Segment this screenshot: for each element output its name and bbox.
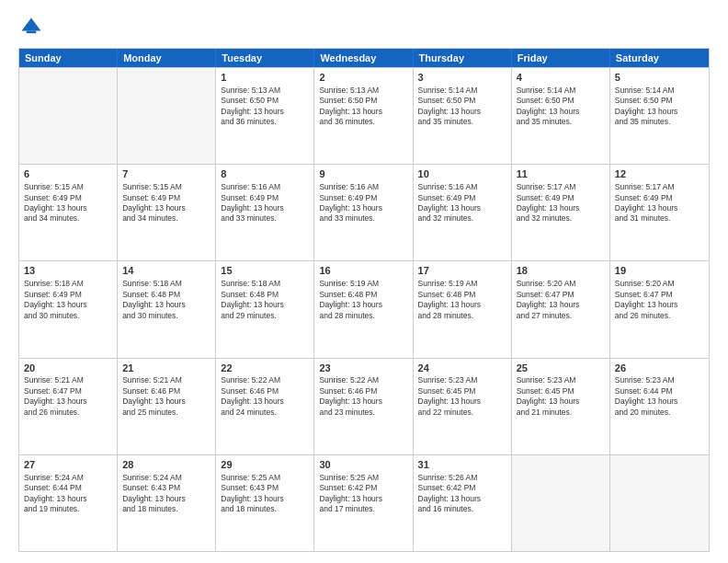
cell-info: Sunrise: 5:17 AMSunset: 6:49 PMDaylight:…: [615, 182, 704, 224]
cell-info: Sunrise: 5:24 AMSunset: 6:43 PMDaylight:…: [122, 473, 210, 515]
cell-info: Sunrise: 5:16 AMSunset: 6:49 PMDaylight:…: [319, 182, 407, 224]
day-number: 7: [122, 167, 210, 181]
day-cell-8: 8Sunrise: 5:16 AMSunset: 6:49 PMDaylight…: [216, 165, 314, 260]
cell-info: Sunrise: 5:18 AMSunset: 6:48 PMDaylight:…: [122, 279, 210, 321]
day-number: 19: [615, 264, 704, 278]
calendar-body: 1Sunrise: 5:13 AMSunset: 6:50 PMDaylight…: [19, 67, 709, 551]
cell-info: Sunrise: 5:17 AMSunset: 6:49 PMDaylight:…: [517, 182, 605, 224]
day-cell-30: 30Sunrise: 5:25 AMSunset: 6:42 PMDayligh…: [314, 455, 413, 551]
header-day-saturday: Saturday: [610, 49, 709, 67]
day-number: 16: [319, 264, 407, 278]
day-number: 3: [418, 71, 506, 85]
header-day-thursday: Thursday: [414, 49, 512, 67]
day-cell-15: 15Sunrise: 5:18 AMSunset: 6:48 PMDayligh…: [216, 261, 314, 357]
cell-info: Sunrise: 5:15 AMSunset: 6:49 PMDaylight:…: [122, 182, 210, 224]
day-cell-17: 17Sunrise: 5:19 AMSunset: 6:48 PMDayligh…: [414, 261, 512, 357]
svg-rect-1: [27, 31, 37, 34]
cell-info: Sunrise: 5:15 AMSunset: 6:49 PMDaylight:…: [24, 182, 112, 224]
day-cell-25: 25Sunrise: 5:23 AMSunset: 6:45 PMDayligh…: [512, 359, 610, 454]
day-cell-28: 28Sunrise: 5:24 AMSunset: 6:43 PMDayligh…: [118, 455, 216, 551]
calendar-row-1: 6Sunrise: 5:15 AMSunset: 6:49 PMDaylight…: [19, 164, 709, 260]
day-number: 18: [517, 264, 605, 278]
svg-marker-0: [22, 18, 41, 31]
day-cell-21: 21Sunrise: 5:21 AMSunset: 6:46 PMDayligh…: [118, 359, 216, 454]
day-number: 22: [221, 362, 309, 375]
day-cell-18: 18Sunrise: 5:20 AMSunset: 6:47 PMDayligh…: [512, 261, 610, 357]
calendar-row-4: 27Sunrise: 5:24 AMSunset: 6:44 PMDayligh…: [19, 454, 709, 551]
calendar-row-2: 13Sunrise: 5:18 AMSunset: 6:49 PMDayligh…: [19, 260, 709, 357]
cell-info: Sunrise: 5:19 AMSunset: 6:48 PMDaylight:…: [418, 279, 506, 321]
cell-info: Sunrise: 5:20 AMSunset: 6:47 PMDaylight:…: [615, 279, 704, 321]
day-cell-16: 16Sunrise: 5:19 AMSunset: 6:48 PMDayligh…: [314, 261, 413, 357]
cell-info: Sunrise: 5:23 AMSunset: 6:45 PMDaylight:…: [517, 375, 605, 418]
day-cell-11: 11Sunrise: 5:17 AMSunset: 6:49 PMDayligh…: [512, 165, 610, 260]
day-number: 8: [221, 167, 309, 181]
header-day-monday: Monday: [118, 49, 216, 67]
day-number: 30: [319, 458, 407, 472]
day-number: 15: [221, 264, 309, 278]
calendar-row-0: 1Sunrise: 5:13 AMSunset: 6:50 PMDaylight…: [19, 67, 709, 164]
day-cell-7: 7Sunrise: 5:15 AMSunset: 6:49 PMDaylight…: [118, 165, 216, 260]
day-cell-29: 29Sunrise: 5:25 AMSunset: 6:43 PMDayligh…: [216, 455, 314, 551]
day-number: 14: [122, 264, 210, 278]
day-number: 23: [319, 362, 407, 375]
cell-info: Sunrise: 5:20 AMSunset: 6:47 PMDaylight:…: [517, 279, 605, 321]
day-number: 10: [418, 167, 506, 181]
day-number: 29: [221, 458, 309, 472]
day-number: 31: [418, 458, 506, 472]
day-cell-5: 5Sunrise: 5:14 AMSunset: 6:50 PMDaylight…: [610, 68, 709, 164]
day-cell-3: 3Sunrise: 5:14 AMSunset: 6:50 PMDaylight…: [414, 68, 512, 164]
cell-info: Sunrise: 5:23 AMSunset: 6:44 PMDaylight:…: [615, 375, 704, 418]
day-number: 24: [418, 362, 506, 375]
empty-cell: [610, 455, 709, 551]
day-cell-12: 12Sunrise: 5:17 AMSunset: 6:49 PMDayligh…: [610, 165, 709, 260]
day-cell-20: 20Sunrise: 5:21 AMSunset: 6:47 PMDayligh…: [19, 359, 118, 454]
day-cell-31: 31Sunrise: 5:26 AMSunset: 6:42 PMDayligh…: [414, 455, 512, 551]
day-cell-13: 13Sunrise: 5:18 AMSunset: 6:49 PMDayligh…: [19, 261, 118, 357]
cell-info: Sunrise: 5:16 AMSunset: 6:49 PMDaylight:…: [221, 182, 309, 224]
cell-info: Sunrise: 5:14 AMSunset: 6:50 PMDaylight:…: [615, 86, 704, 128]
page: SundayMondayTuesdayWednesdayThursdayFrid…: [0, 0, 728, 563]
day-cell-27: 27Sunrise: 5:24 AMSunset: 6:44 PMDayligh…: [19, 455, 118, 551]
day-number: 21: [122, 362, 210, 375]
cell-info: Sunrise: 5:18 AMSunset: 6:49 PMDaylight:…: [24, 279, 112, 321]
cell-info: Sunrise: 5:13 AMSunset: 6:50 PMDaylight:…: [221, 86, 309, 128]
cell-info: Sunrise: 5:19 AMSunset: 6:48 PMDaylight:…: [319, 279, 407, 321]
day-cell-26: 26Sunrise: 5:23 AMSunset: 6:44 PMDayligh…: [610, 359, 709, 454]
cell-info: Sunrise: 5:22 AMSunset: 6:46 PMDaylight:…: [221, 375, 309, 418]
cell-info: Sunrise: 5:16 AMSunset: 6:49 PMDaylight:…: [418, 182, 506, 224]
day-cell-6: 6Sunrise: 5:15 AMSunset: 6:49 PMDaylight…: [19, 165, 118, 260]
day-cell-4: 4Sunrise: 5:14 AMSunset: 6:50 PMDaylight…: [512, 68, 610, 164]
day-number: 1: [221, 71, 309, 85]
day-number: 20: [24, 362, 112, 375]
empty-cell: [118, 68, 216, 164]
day-number: 26: [615, 362, 704, 375]
cell-info: Sunrise: 5:22 AMSunset: 6:46 PMDaylight:…: [319, 375, 407, 418]
day-number: 17: [418, 264, 506, 278]
day-number: 28: [122, 458, 210, 472]
day-number: 11: [517, 167, 605, 181]
day-cell-1: 1Sunrise: 5:13 AMSunset: 6:50 PMDaylight…: [216, 68, 314, 164]
day-number: 13: [24, 264, 112, 278]
empty-cell: [19, 68, 118, 164]
day-cell-10: 10Sunrise: 5:16 AMSunset: 6:49 PMDayligh…: [414, 165, 512, 260]
cell-info: Sunrise: 5:25 AMSunset: 6:43 PMDaylight:…: [221, 473, 309, 515]
logo-icon: [18, 15, 44, 40]
header-day-wednesday: Wednesday: [314, 49, 413, 67]
cell-info: Sunrise: 5:21 AMSunset: 6:47 PMDaylight:…: [24, 375, 112, 418]
calendar-header: SundayMondayTuesdayWednesdayThursdayFrid…: [19, 49, 709, 67]
empty-cell: [512, 455, 610, 551]
cell-info: Sunrise: 5:13 AMSunset: 6:50 PMDaylight:…: [319, 86, 407, 128]
day-number: 4: [517, 71, 605, 85]
cell-info: Sunrise: 5:24 AMSunset: 6:44 PMDaylight:…: [24, 473, 112, 515]
day-number: 25: [517, 362, 605, 375]
day-cell-19: 19Sunrise: 5:20 AMSunset: 6:47 PMDayligh…: [610, 261, 709, 357]
day-cell-14: 14Sunrise: 5:18 AMSunset: 6:48 PMDayligh…: [118, 261, 216, 357]
logo: [18, 15, 48, 40]
day-number: 2: [319, 71, 407, 85]
header-day-sunday: Sunday: [19, 49, 118, 67]
cell-info: Sunrise: 5:14 AMSunset: 6:50 PMDaylight:…: [517, 86, 605, 128]
header: [18, 15, 710, 40]
cell-info: Sunrise: 5:23 AMSunset: 6:45 PMDaylight:…: [418, 375, 506, 418]
cell-info: Sunrise: 5:25 AMSunset: 6:42 PMDaylight:…: [319, 473, 407, 515]
